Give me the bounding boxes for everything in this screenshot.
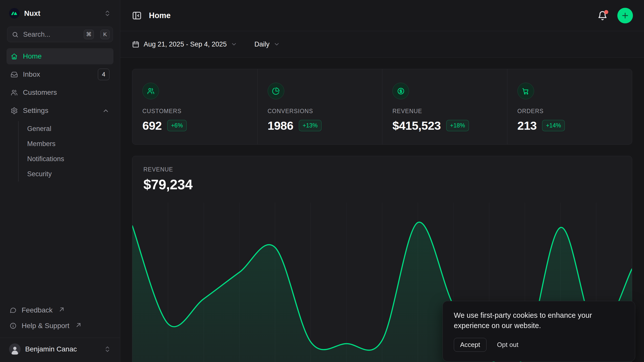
- stat-label: CUSTOMERS: [142, 108, 247, 115]
- calendar-icon: [132, 40, 140, 48]
- sidebar-item-home[interactable]: Home: [7, 48, 113, 64]
- sidebar-nav: Home Inbox 4 Customers Settings General …: [7, 48, 113, 184]
- stat-value: $415,523: [392, 119, 441, 132]
- stat-value: 1986: [268, 119, 294, 132]
- info-icon: [10, 322, 17, 329]
- kbd-k: K: [100, 30, 110, 39]
- stat-customers[interactable]: CUSTOMERS 692 +6%: [132, 69, 257, 144]
- sidebar-item-label: Settings: [23, 107, 97, 115]
- sidebar-item-inbox[interactable]: Inbox 4: [7, 66, 113, 82]
- stat-delta-badge: +18%: [446, 120, 469, 131]
- revenue-panel-value: $79,234: [143, 176, 621, 193]
- help-support-label: Help & Support: [22, 322, 69, 330]
- arrow-up-right-icon: [75, 322, 82, 329]
- sidebar-item-label: Customers: [23, 88, 109, 97]
- filters-toolbar: Aug 21, 2025 - Sep 4, 2025 Daily: [120, 31, 644, 58]
- sidebar-item-notifications[interactable]: Notifications: [19, 151, 113, 166]
- sidebar-item-label: Inbox: [23, 70, 93, 78]
- revenue-panel-label: REVENUE: [143, 166, 621, 173]
- notifications-button[interactable]: [597, 10, 608, 21]
- stat-orders[interactable]: ORDERS 213 +14%: [507, 69, 632, 144]
- stat-label: REVENUE: [392, 108, 497, 115]
- settings-sub-list: General Members Notifications Security: [18, 121, 113, 182]
- stats-card-group: CUSTOMERS 692 +6% CONVERSIONS 1986 +13% …: [132, 69, 632, 145]
- chevrons-up-down-icon: [104, 346, 111, 353]
- sidebar-item-security[interactable]: Security: [19, 166, 113, 182]
- chevron-up-icon: [102, 107, 109, 114]
- date-range-value: Aug 21, 2025 - Sep 4, 2025: [144, 40, 227, 48]
- optout-cookies-button[interactable]: Opt out: [497, 341, 518, 349]
- feedback-link[interactable]: Feedback: [7, 302, 113, 318]
- notification-dot: [604, 10, 608, 14]
- nuxt-logo-icon: [9, 8, 20, 19]
- cookie-message: We use first-party cookies to enhance yo…: [454, 310, 624, 331]
- sidebar-toggle-button[interactable]: [132, 11, 142, 21]
- user-menu[interactable]: Benjamin Canac: [7, 338, 113, 356]
- sidebar-item-label: Home: [23, 52, 109, 60]
- search-placeholder: Search...: [23, 31, 79, 38]
- header-actions: [597, 8, 633, 23]
- workspace-switcher[interactable]: Nuxt: [7, 7, 113, 20]
- search-input[interactable]: Search... ⌘ K: [7, 27, 113, 42]
- stat-revenue[interactable]: REVENUE $415,523 +18%: [382, 69, 507, 144]
- sidebar: Nuxt Search... ⌘ K Home Inbox 4 Customer…: [0, 0, 120, 362]
- users-icon: [142, 83, 159, 99]
- user-name: Benjamin Canac: [25, 345, 99, 353]
- kbd-meta: ⌘: [84, 30, 94, 39]
- cart-icon: [517, 83, 534, 99]
- stat-label: CONVERSIONS: [268, 108, 372, 115]
- top-header: Home: [120, 0, 644, 31]
- granularity-value: Daily: [254, 40, 269, 48]
- inbox-icon: [11, 71, 18, 78]
- arrow-up-right-icon: [58, 306, 65, 313]
- cookie-consent-banner: We use first-party cookies to enhance yo…: [442, 301, 635, 361]
- sidebar-item-settings[interactable]: Settings: [7, 103, 113, 119]
- accept-cookies-button[interactable]: Accept: [454, 338, 487, 352]
- sidebar-item-members[interactable]: Members: [19, 136, 113, 151]
- chevron-down-icon: [273, 41, 280, 48]
- sidebar-item-general[interactable]: General: [19, 121, 113, 136]
- stat-conversions[interactable]: CONVERSIONS 1986 +13%: [257, 69, 382, 144]
- search-icon: [12, 31, 19, 38]
- sidebar-item-customers[interactable]: Customers: [7, 84, 113, 101]
- stat-delta-badge: +13%: [299, 120, 321, 131]
- stat-label: ORDERS: [517, 108, 622, 115]
- help-support-link[interactable]: Help & Support: [7, 318, 113, 334]
- sidebar-footer: Feedback Help & Support Benjamin Canac: [7, 302, 113, 356]
- page-title: Home: [149, 11, 171, 20]
- inbox-count-badge: 4: [98, 69, 109, 80]
- users-icon: [11, 89, 18, 96]
- gear-icon: [11, 107, 18, 114]
- chevrons-up-down-icon[interactable]: [104, 10, 111, 17]
- avatar: [9, 343, 21, 355]
- feedback-label: Feedback: [22, 306, 53, 314]
- plus-icon: [621, 11, 629, 20]
- stat-value: 213: [517, 119, 537, 132]
- date-range-picker[interactable]: Aug 21, 2025 - Sep 4, 2025: [132, 40, 237, 48]
- pie-chart-icon: [268, 83, 284, 99]
- home-icon: [11, 53, 18, 60]
- stat-delta-badge: +14%: [542, 120, 565, 131]
- message-icon: [10, 307, 17, 314]
- stat-delta-badge: +6%: [167, 120, 187, 131]
- granularity-select[interactable]: Daily: [254, 40, 280, 48]
- chevron-down-icon: [231, 41, 237, 48]
- workspace-name: Nuxt: [24, 9, 99, 18]
- stat-value: 692: [142, 119, 162, 132]
- add-button[interactable]: [617, 8, 633, 23]
- dollar-circle-icon: [392, 83, 409, 99]
